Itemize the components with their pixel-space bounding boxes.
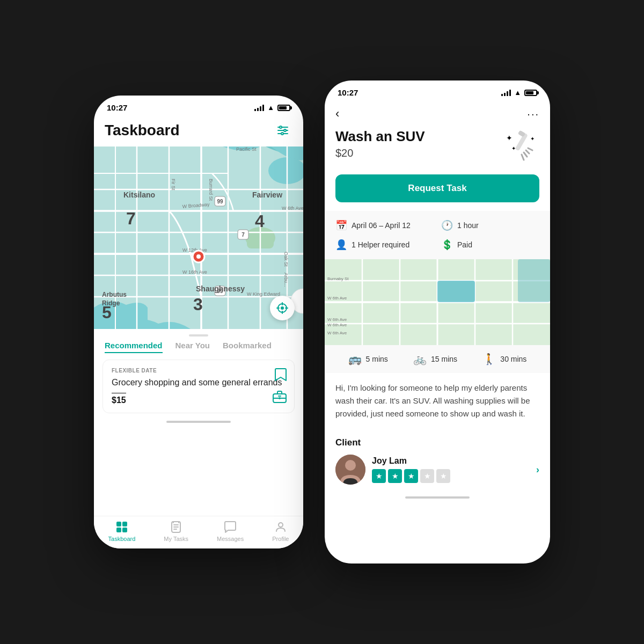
svg-point-2 bbox=[280, 126, 282, 128]
left-screen: Taskboard bbox=[94, 116, 303, 543]
time-left: 10:27 bbox=[107, 103, 127, 112]
map-left[interactable]: 99 7 99 W Broadway W 12th Ave W 16th Ave… bbox=[94, 147, 303, 329]
svg-text:Arbu...: Arbu... bbox=[283, 273, 289, 287]
dollar-icon: 💲 bbox=[441, 239, 453, 251]
bookmark-icon[interactable] bbox=[275, 368, 287, 384]
client-name: Joy Lam bbox=[372, 456, 530, 466]
task-detail-info: Wash an SUV $20 bbox=[335, 128, 425, 159]
task-card[interactable]: FLEXIBLE DATE Grocery shopping and some … bbox=[103, 360, 295, 413]
app-title: Taskboard bbox=[105, 122, 180, 139]
task-meta: 📅 April 06 – April 12 🕐 1 hour 👤 1 Helpe… bbox=[325, 211, 550, 259]
description-text: Hi, I'm looking for someone to help my e… bbox=[335, 382, 539, 420]
svg-point-54 bbox=[281, 306, 284, 310]
star-4: ★ bbox=[420, 469, 434, 483]
nav-my-tasks[interactable]: My Tasks bbox=[164, 521, 188, 542]
svg-text:W 6th Ave: W 6th Ave bbox=[327, 317, 347, 322]
star-1: ★ bbox=[372, 469, 386, 483]
svg-text:W 6th Ave: W 6th Ave bbox=[327, 296, 347, 301]
calendar-icon: 📅 bbox=[335, 219, 347, 231]
meta-duration: 🕐 1 hour bbox=[441, 219, 539, 231]
home-indicator-right bbox=[405, 496, 470, 499]
right-screen: ‹ ··· Wash an SUV $20 ✦ bbox=[325, 101, 550, 558]
svg-text:✦: ✦ bbox=[511, 145, 516, 151]
client-title: Client bbox=[335, 437, 539, 448]
svg-text:W 6th Ave: W 6th Ave bbox=[327, 323, 347, 327]
meta-helpers: 👤 1 Helper required bbox=[335, 239, 434, 251]
svg-text:✦: ✦ bbox=[506, 134, 513, 142]
task-price: $15 bbox=[112, 393, 126, 405]
transport-bus-time: 5 mins bbox=[366, 355, 388, 363]
nav-profile[interactable]: Profile bbox=[272, 521, 289, 542]
location-button[interactable] bbox=[270, 296, 295, 320]
tab-recommended[interactable]: Recommended bbox=[105, 341, 163, 353]
nav-taskboard[interactable]: Taskboard bbox=[108, 521, 136, 542]
svg-rect-91 bbox=[518, 259, 550, 302]
clock-icon: 🕐 bbox=[441, 219, 453, 231]
svg-rect-62 bbox=[279, 397, 281, 399]
transport-bike-time: 15 mins bbox=[431, 355, 457, 363]
meta-payment: 💲 Paid bbox=[441, 239, 539, 251]
status-bar-right: 10:27 ▲ bbox=[325, 80, 550, 101]
status-icons-right: ▲ bbox=[501, 89, 537, 97]
task-badge: FLEXIBLE DATE bbox=[112, 368, 286, 374]
tab-bookmarked[interactable]: Bookmarked bbox=[223, 341, 272, 353]
meta-payment-text: Paid bbox=[457, 240, 472, 249]
battery-icon bbox=[277, 105, 290, 111]
svg-point-50 bbox=[196, 254, 201, 259]
more-button[interactable]: ··· bbox=[527, 108, 539, 120]
walk-icon: 🚶 bbox=[482, 353, 496, 365]
task-tabs: Recommended Near You Bookmarked bbox=[94, 336, 303, 355]
bike-icon: 🚲 bbox=[413, 353, 427, 365]
meta-helpers-text: 1 Helper required bbox=[352, 240, 409, 249]
svg-rect-64 bbox=[122, 522, 127, 526]
nav-label-messages: Messages bbox=[217, 536, 244, 542]
task-detail-price: $20 bbox=[335, 147, 425, 159]
detail-map[interactable]: W 6th Ave W 6th Ave Burnaby St W 6th Ave… bbox=[325, 259, 550, 345]
wifi-icon: ▲ bbox=[267, 104, 274, 112]
svg-line-77 bbox=[522, 155, 524, 160]
time-right: 10:27 bbox=[338, 88, 358, 97]
svg-rect-66 bbox=[122, 528, 127, 532]
right-phone: 10:27 ▲ ‹ ··· Wash an SUV $20 bbox=[325, 80, 550, 564]
svg-text:W King Edward: W King Edward bbox=[247, 291, 280, 297]
task-icon-area: ✦ ✦ ✦ bbox=[502, 128, 539, 166]
svg-text:99: 99 bbox=[217, 199, 223, 204]
description-section: Hi, I'm looking for someone to help my e… bbox=[325, 373, 550, 429]
svg-point-3 bbox=[284, 129, 286, 131]
request-task-button[interactable]: Request Task bbox=[335, 174, 539, 202]
nav-label-my-tasks: My Tasks bbox=[164, 536, 188, 542]
briefcase-icon bbox=[273, 389, 287, 405]
svg-rect-63 bbox=[116, 522, 121, 526]
star-3: ★ bbox=[404, 469, 418, 483]
svg-text:W 6th Ave: W 6th Ave bbox=[282, 206, 303, 211]
bottom-nav: Taskboard My Tasks Messages bbox=[94, 516, 303, 548]
task-detail-header: Wash an SUV $20 ✦ ✦ ✦ bbox=[325, 126, 550, 174]
svg-rect-90 bbox=[437, 281, 475, 302]
client-section: Client Joy Lam ★ bbox=[325, 429, 550, 493]
svg-line-76 bbox=[528, 148, 532, 150]
filter-button[interactable] bbox=[273, 121, 292, 140]
transport-walk: 🚶 30 mins bbox=[482, 353, 526, 365]
back-button[interactable]: ‹ bbox=[335, 107, 339, 121]
client-row[interactable]: Joy Lam ★ ★ ★ ★ ★ › bbox=[335, 455, 539, 485]
signal-icon bbox=[254, 105, 264, 111]
chevron-right-icon[interactable]: › bbox=[536, 464, 539, 475]
svg-rect-65 bbox=[116, 528, 121, 532]
svg-point-5 bbox=[281, 133, 283, 135]
wifi-icon-right: ▲ bbox=[514, 89, 521, 97]
nav-messages[interactable]: Messages bbox=[217, 521, 244, 542]
svg-text:Arbutus: Arbutus bbox=[102, 291, 127, 298]
svg-text:✦: ✦ bbox=[530, 136, 535, 142]
svg-text:5: 5 bbox=[102, 303, 112, 322]
signal-icon-right bbox=[501, 90, 511, 96]
star-2: ★ bbox=[388, 469, 402, 483]
person-icon: 👤 bbox=[335, 239, 347, 251]
star-5: ★ bbox=[436, 469, 450, 483]
svg-text:Shaughnessy: Shaughnessy bbox=[196, 284, 245, 293]
svg-text:3: 3 bbox=[193, 295, 203, 314]
meta-date-text: April 06 – April 12 bbox=[352, 221, 411, 230]
meta-date: 📅 April 06 – April 12 bbox=[335, 219, 434, 231]
tab-near-you[interactable]: Near You bbox=[175, 341, 210, 353]
svg-text:W 6th Ave: W 6th Ave bbox=[327, 331, 347, 335]
svg-line-74 bbox=[526, 150, 529, 153]
